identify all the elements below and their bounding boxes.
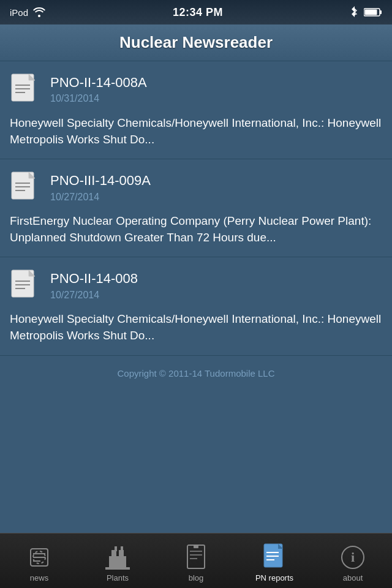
news-item-3-id: PNO-II-14-008 [50,271,138,287]
news-item-3-date: 10/27/2014 [50,290,138,301]
tab-blog-label: blog [189,573,204,582]
news-item-3-header: PNO-II-14-008 10/27/2014 [10,268,382,305]
status-left: iPod [10,7,45,18]
svg-rect-2 [364,10,377,15]
news-item-2[interactable]: PNO-III-14-009A 10/27/2014 FirstEnergy N… [0,159,392,257]
tab-plants[interactable]: Plants [78,533,157,588]
news-item-2-meta: PNO-III-14-009A 10/27/2014 [50,170,151,202]
news-item-1-meta: PNO-II-14-008A 10/31/2014 [50,72,147,104]
news-item-2-date: 10/27/2014 [50,192,151,203]
status-bar: iPod 12:34 PM [0,0,392,24]
news-item-2-desc: FirstEnergy Nuclear Operating Company (P… [10,213,382,246]
news-icon [26,544,53,571]
tab-pn-reports[interactable]: PN reports [235,533,314,588]
news-item-3-meta: PNO-II-14-008 10/27/2014 [50,268,138,300]
news-item-2-header: PNO-III-14-009A 10/27/2014 [10,170,382,207]
svg-rect-27 [121,546,123,551]
pn-reports-icon [261,544,288,571]
svg-rect-28 [105,567,130,570]
blog-icon [183,544,209,571]
doc-icon-3 [10,268,40,305]
tab-bar: news Plants blog [0,533,392,588]
news-item-1-date: 10/31/2014 [50,93,147,104]
device-label: iPod [10,7,28,18]
svg-rect-33 [194,545,198,548]
news-item-1-desc: Honeywell Specialty Chemicals/Honeywell … [10,115,382,148]
news-item-1-header: PNO-II-14-008A 10/31/2014 [10,72,382,109]
battery-icon [364,7,382,17]
status-right [350,6,382,18]
svg-rect-1 [380,10,382,14]
tab-about[interactable]: i about [314,533,392,588]
tab-plants-label: Plants [107,573,129,582]
copyright-text: Copyright © 2011-14 Tudormobile LLC [0,356,392,391]
news-item-1-id: PNO-II-14-008A [50,75,147,91]
news-item-2-id: PNO-III-14-009A [50,173,151,189]
news-item-1[interactable]: PNO-II-14-008A 10/31/2014 Honeywell Spec… [0,61,392,159]
svg-rect-26 [115,546,117,551]
wifi-icon [33,7,45,17]
about-icon: i [339,544,366,571]
nav-bar: Nuclear Newsreader [0,24,392,61]
tab-news[interactable]: news [0,533,78,588]
plants-icon [104,544,131,571]
doc-icon-2 [10,170,40,207]
doc-icon-1 [10,72,40,109]
content-area: PNO-II-14-008A 10/31/2014 Honeywell Spec… [0,61,392,391]
tab-news-label: news [30,573,48,582]
bluetooth-icon [350,6,359,18]
status-time: 12:34 PM [173,6,223,19]
tab-blog[interactable]: blog [157,533,235,588]
news-item-3[interactable]: PNO-II-14-008 10/27/2014 Honeywell Speci… [0,257,392,355]
app-title: Nuclear Newsreader [119,33,273,52]
svg-rect-29 [187,545,205,568]
tab-about-label: about [343,573,363,582]
svg-text:i: i [351,549,355,565]
tab-pn-reports-label: PN reports [255,573,293,582]
news-item-3-desc: Honeywell Specialty Chemicals/Honeywell … [10,311,382,344]
